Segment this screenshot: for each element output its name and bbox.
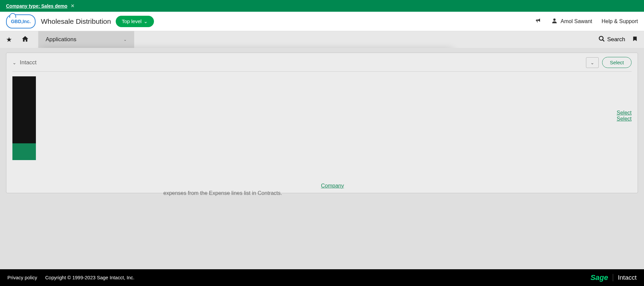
star-icon[interactable]: ★ bbox=[6, 35, 12, 44]
megaphone-icon[interactable] bbox=[535, 17, 542, 25]
svg-line-2 bbox=[603, 40, 604, 41]
chevron-down-icon: ⌄ bbox=[123, 37, 127, 42]
user-icon bbox=[551, 17, 558, 25]
search-icon bbox=[598, 35, 605, 44]
main-header: GBD,Inc. Wholesale Distribution Top leve… bbox=[0, 12, 644, 31]
top-level-selector[interactable]: Top level ⌄ bbox=[116, 16, 154, 27]
svg-point-0 bbox=[553, 18, 556, 21]
home-icon[interactable] bbox=[21, 35, 29, 44]
bookmark-icon[interactable] bbox=[632, 35, 638, 44]
svg-point-1 bbox=[599, 36, 603, 40]
global-search[interactable]: Search bbox=[598, 35, 625, 44]
user-name-label: Amol Sawant bbox=[560, 18, 592, 24]
banner-close-icon[interactable]: ✕ bbox=[71, 3, 74, 8]
company-type-banner: Company type: Sales demo ✕ bbox=[0, 0, 644, 12]
search-label: Search bbox=[607, 36, 625, 43]
chevron-down-icon: ⌄ bbox=[144, 18, 148, 24]
user-menu[interactable]: Amol Sawant bbox=[551, 17, 592, 25]
top-level-label: Top level bbox=[122, 18, 142, 24]
applications-menu-button[interactable]: Applications ⌄ bbox=[38, 31, 134, 48]
company-name: Wholesale Distribution bbox=[41, 17, 111, 25]
nav-bar: ★ Applications ⌄ Search Dashboards› Repo… bbox=[0, 31, 644, 48]
company-logo[interactable]: GBD,Inc. bbox=[6, 14, 36, 28]
help-support-link[interactable]: Help & Support bbox=[601, 18, 638, 24]
company-type-link[interactable]: Company type: Sales demo bbox=[6, 3, 67, 9]
applications-label: Applications bbox=[46, 36, 76, 43]
